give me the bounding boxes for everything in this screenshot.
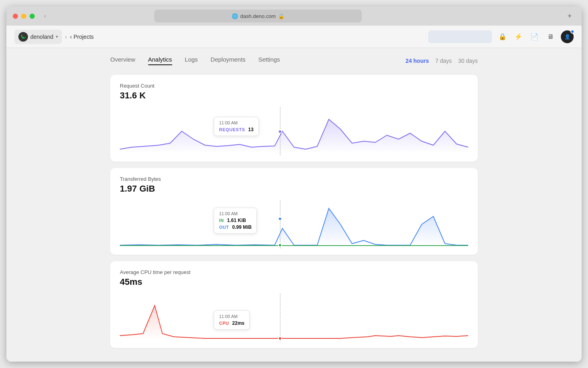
breadcrumb-separator: ›: [65, 34, 67, 40]
projects-link[interactable]: ‹ Projects: [70, 34, 93, 40]
request-count-value: 31.6 K: [120, 90, 468, 101]
crosshair-line-bytes: [280, 200, 280, 248]
chevron-down-icon: ▾: [56, 34, 58, 39]
transferred-bytes-label: Transferred Bytes: [120, 176, 468, 182]
page-container: Overview Analytics Logs Deployments Sett…: [94, 48, 494, 362]
time-filter-24h[interactable]: 24 hours: [405, 58, 429, 64]
cpu-time-card: Average CPU time per request 45ms 11:00 …: [110, 261, 478, 348]
maximize-button[interactable]: [30, 14, 35, 19]
org-selector[interactable]: 🦕 denoland ▾: [14, 30, 62, 44]
main-content: Overview Analytics Logs Deployments Sett…: [6, 48, 582, 362]
url-text: dash.deno.com: [240, 13, 276, 19]
crosshair-line-cpu: [280, 294, 280, 342]
org-avatar: 🦕: [18, 32, 28, 42]
cpu-time-chart: 11:00 AM CPU 22ms: [120, 294, 468, 342]
transferred-bytes-svg: [120, 200, 468, 248]
user-avatar-badge: [570, 30, 574, 34]
back-button[interactable]: ‹: [40, 10, 51, 22]
tab-logs[interactable]: Logs: [185, 56, 198, 65]
lock-toolbar-icon[interactable]: 🔒: [497, 31, 508, 42]
tab-settings[interactable]: Settings: [258, 56, 280, 65]
cpu-time-svg: [120, 294, 468, 342]
docs-icon[interactable]: 📄: [529, 31, 540, 42]
globe-icon: 🌐: [232, 13, 238, 19]
nav-tabs-left: Overview Analytics Logs Deployments Sett…: [110, 56, 280, 65]
request-count-svg: [120, 107, 468, 155]
nav-tabs: Overview Analytics Logs Deployments Sett…: [110, 56, 478, 65]
request-count-label: Request Count: [120, 83, 468, 89]
time-filter-30d[interactable]: 30 days: [458, 58, 478, 64]
chart-dot-cpu: [278, 336, 282, 340]
back-arrow-icon: ‹: [70, 34, 72, 40]
browser-titlebar: ‹ 🌐 dash.deno.com 🔒 +: [6, 6, 582, 26]
transferred-bytes-card: Transferred Bytes 1.97 GiB 11:00 AM IN 1…: [110, 168, 478, 255]
monitor-icon[interactable]: 🖥: [545, 31, 556, 42]
tab-overview[interactable]: Overview: [110, 56, 135, 65]
minimize-button[interactable]: [21, 14, 26, 19]
tab-deployments[interactable]: Deployments: [211, 56, 246, 65]
tab-analytics[interactable]: Analytics: [148, 56, 172, 65]
traffic-lights: [13, 14, 35, 19]
time-filter-7d[interactable]: 7 days: [435, 58, 452, 64]
cpu-time-label: Average CPU time per request: [120, 269, 468, 275]
projects-label: Projects: [74, 34, 94, 40]
user-avatar[interactable]: 👤: [561, 30, 574, 43]
request-count-chart: 11:00 AM REQUESTS 13: [120, 107, 468, 155]
lock-icon: 🔒: [278, 13, 284, 19]
new-tab-button[interactable]: +: [564, 10, 575, 22]
transferred-bytes-chart: 11:00 AM IN 1.61 KiB OUT 0.99 MiB: [120, 200, 468, 248]
toolbar-actions: 🔒 ⚡ 📄 🖥 👤: [428, 30, 574, 43]
transferred-bytes-value: 1.97 GiB: [120, 184, 468, 194]
address-bar[interactable]: 🌐 dash.deno.com 🔒: [154, 10, 362, 22]
chart-dot-requests: [278, 130, 282, 134]
search-box[interactable]: [428, 30, 492, 43]
time-filters: 24 hours 7 days 30 days: [405, 58, 478, 64]
request-count-card: Request Count 31.6 K 11:00 AM REQUESTS 1…: [110, 75, 478, 162]
lightning-icon[interactable]: ⚡: [513, 31, 524, 42]
org-name: denoland: [30, 34, 54, 40]
chart-dot-bytes-blue: [278, 217, 282, 221]
cpu-time-value: 45ms: [120, 277, 468, 287]
chart-dot-bytes-green: [278, 243, 282, 247]
close-button[interactable]: [13, 14, 18, 19]
app-toolbar: 🦕 denoland ▾ › ‹ Projects 🔒 ⚡ 📄 🖥 👤: [6, 26, 582, 48]
